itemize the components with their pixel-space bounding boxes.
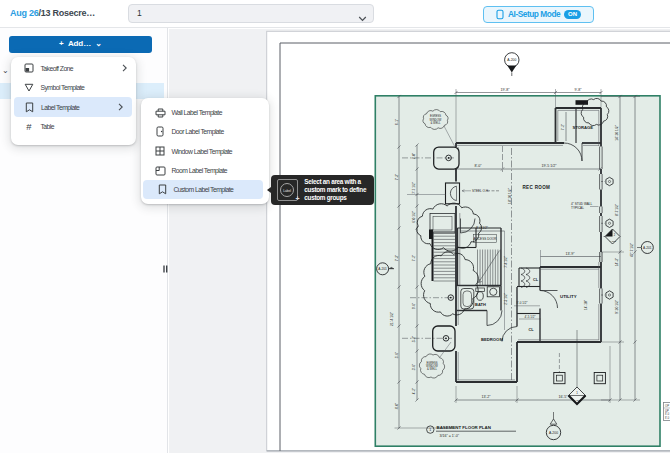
svg-text:8'-7 1/2": 8'-7 1/2" [615, 203, 619, 216]
svg-text:CL: CL [529, 328, 535, 332]
svg-text:7'-2": 7'-2" [395, 254, 399, 261]
svg-text:A-360: A-360 [574, 399, 581, 402]
svg-text:4'-5 1/2": 4'-5 1/2" [525, 315, 536, 319]
svg-text:19'-5 1/2": 19'-5 1/2" [541, 164, 557, 168]
svg-text:& WELL: & WELL [427, 367, 437, 371]
svg-text:STORAGE: STORAGE [573, 125, 594, 130]
svg-text:16'-5": 16'-5" [558, 395, 568, 399]
svg-text:21'-4 1/2": 21'-4 1/2" [390, 311, 394, 326]
svg-text:9'-10 1/2": 9'-10 1/2" [615, 299, 619, 314]
svg-text:9'-8": 9'-8" [574, 88, 582, 92]
svg-text:13'-9": 13'-9" [565, 252, 575, 256]
svg-text:3/16" = 1'-0": 3/16" = 1'-0" [440, 434, 460, 438]
svg-text:1: 1 [429, 428, 431, 432]
svg-text:5'-2": 5'-2" [412, 336, 416, 342]
svg-text:A-201: A-201 [378, 267, 387, 271]
svg-text:4'-2": 4'-2" [412, 388, 416, 394]
svg-text:2'-3 1/2": 2'-3 1/2" [504, 293, 508, 305]
svg-text:7'-2": 7'-2" [561, 124, 565, 130]
svg-text:8'-0: 8'-0 [665, 412, 670, 416]
svg-text:A-200: A-200 [549, 431, 558, 435]
svg-text:TYPICAL: TYPICAL [571, 206, 584, 210]
svg-text:BEDROOM: BEDROOM [481, 337, 503, 342]
svg-text:OP: OP [665, 404, 669, 408]
svg-text:18'-10 1/2": 18'-10 1/2" [508, 187, 512, 204]
svg-text:8'-0 1/2": 8'-0 1/2" [517, 301, 528, 305]
svg-text:8'-0: 8'-0 [665, 416, 670, 420]
svg-text:2'-0": 2'-0" [412, 153, 416, 159]
svg-text:6'-1": 6'-1" [395, 118, 399, 125]
svg-text:UTILITY: UTILITY [560, 294, 577, 299]
svg-text:9'-6": 9'-6" [412, 303, 416, 309]
svg-text:7'-4 1/2": 7'-4 1/2" [504, 256, 508, 268]
svg-text:BASEMENT FLOOR PLAN: BASEMENT FLOOR PLAN [437, 425, 491, 430]
svg-text:STEEL O.H.: STEEL O.H. [472, 189, 489, 193]
svg-text:14'-2": 14'-2" [615, 257, 619, 266]
svg-text:7'-2": 7'-2" [395, 173, 399, 180]
svg-text:A-201: A-201 [643, 246, 652, 250]
svg-text:& WELL: & WELL [431, 121, 441, 125]
svg-text:BATH: BATH [475, 302, 486, 307]
svg-text:4'-0": 4'-0" [395, 402, 399, 409]
svg-text:14'-10 1/2": 14'-10 1/2" [615, 124, 619, 141]
svg-text:14'-10": 14'-10" [584, 300, 588, 310]
svg-text:47'-7 1/2": 47'-7 1/2" [630, 242, 634, 257]
svg-text:8'-0": 8'-0" [474, 164, 482, 168]
svg-text:6'-0 1/2": 6'-0 1/2" [412, 211, 416, 223]
svg-text:13'-2": 13'-2" [481, 395, 491, 399]
svg-text:3'-6": 3'-6" [412, 364, 416, 370]
svg-text:CL: CL [533, 278, 539, 282]
svg-text:A-302: A-302 [609, 240, 616, 243]
svg-text:7'-2": 7'-2" [412, 255, 416, 261]
svg-text:A-200: A-200 [507, 58, 516, 62]
svg-text:19'-8": 19'-8" [500, 88, 510, 92]
svg-text:REC ROOM: REC ROOM [523, 185, 551, 190]
svg-text:5'-6": 5'-6" [395, 351, 399, 358]
svg-text:7'-7 1/2": 7'-7 1/2" [412, 182, 416, 194]
svg-text:UP: UP [665, 409, 669, 413]
